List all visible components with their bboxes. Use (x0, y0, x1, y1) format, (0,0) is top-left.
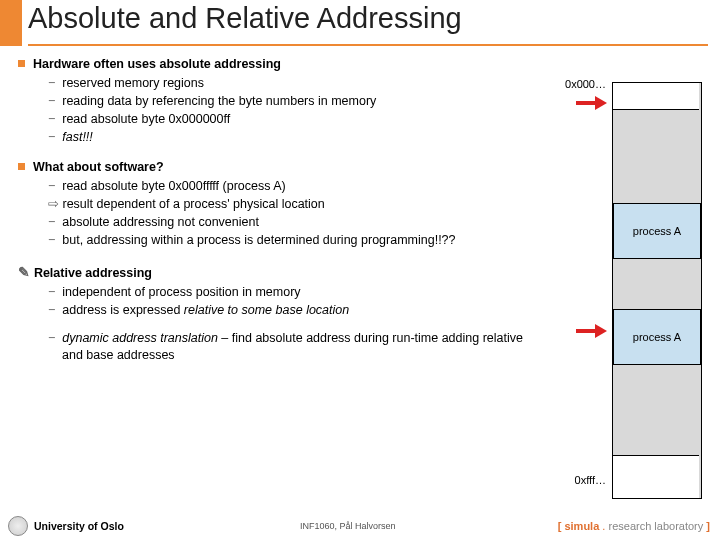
rel-heading: Relative addressing (34, 266, 152, 280)
memory-label-bottom: 0xfff… (575, 474, 606, 486)
title-underline (28, 44, 708, 46)
hw-item: − fast!!! (48, 129, 528, 146)
memory-box: process A process A (612, 82, 702, 499)
simula-logo: [ simula . research laboratory ] (558, 520, 710, 532)
memory-label-top: 0x000… (565, 78, 606, 90)
hw-heading: Hardware often uses absolute addressing (33, 57, 281, 71)
title-accent (0, 0, 22, 46)
memory-segment-process-a: process A (613, 203, 701, 259)
rel-item: − address is expressed relative to some … (48, 302, 528, 319)
slide-body: Hardware often uses absolute addressing … (18, 56, 528, 365)
memory-segment-bottom (613, 455, 699, 498)
page-title: Absolute and Relative Addressing (28, 0, 462, 35)
rel-item-text: dynamic address translation – find absol… (62, 331, 523, 362)
rel-item-text: address is expressed relative to some ba… (62, 303, 349, 317)
uio-logo-icon (8, 516, 28, 536)
title-bar: Absolute and Relative Addressing (0, 0, 720, 46)
hw-item: − reserved memory regions (48, 75, 528, 92)
sw-item: ⇨ result dependent of a process' physica… (48, 196, 528, 213)
bullet-icon (18, 60, 25, 67)
memory-segment-reserved (613, 83, 699, 110)
rel-item: − dynamic address translation – find abs… (48, 330, 528, 364)
sw-item: − absolute addressing not convenient (48, 214, 528, 231)
section-software: What about software? (18, 159, 528, 176)
sw-heading: What about software? (33, 160, 164, 174)
university-name: University of Oslo (34, 520, 124, 532)
section-relative: ✎ Relative addressing (18, 263, 528, 282)
memory-segment-process-a: process A (613, 309, 701, 365)
footer: University of Oslo INF1060, Pål Halvorse… (0, 516, 720, 536)
section-hardware: Hardware often uses absolute addressing (18, 56, 528, 73)
arrow-icon (576, 326, 608, 336)
bullet-icon (18, 163, 25, 170)
hw-item: − reading data by referencing the byte n… (48, 93, 528, 110)
hw-item: − read absolute byte 0x000000ff (48, 111, 528, 128)
course-info: INF1060, Pål Halvorsen (300, 521, 396, 531)
memory-column: process A process A (612, 82, 700, 497)
arrow-icon (576, 98, 608, 108)
sw-item: − read absolute byte 0x000fffff (process… (48, 178, 528, 195)
rel-item: − independent of process position in mem… (48, 284, 528, 301)
sw-item: − but, addressing within a process is de… (48, 232, 528, 249)
